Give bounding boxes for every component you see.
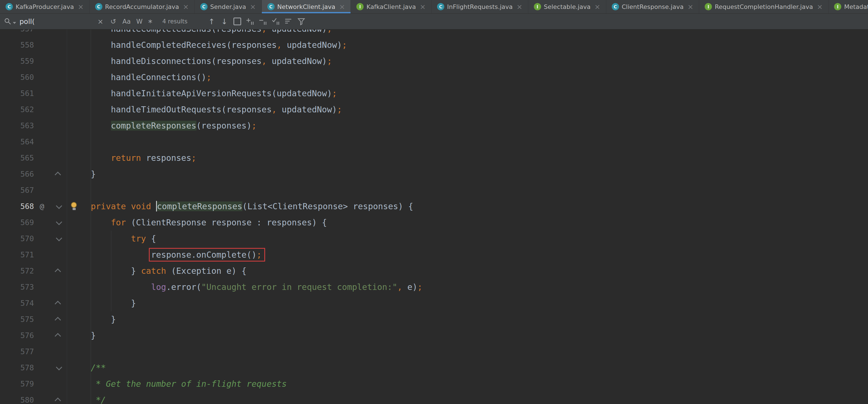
search-display-options-icon[interactable] bbox=[282, 15, 295, 28]
code-line-568[interactable]: 568@ private void completeResponses(List… bbox=[0, 198, 868, 215]
code-line-576[interactable]: 576 } bbox=[0, 328, 868, 344]
gutter-spacer bbox=[34, 86, 50, 101]
search-icon[interactable] bbox=[4, 18, 16, 25]
code-line-560[interactable]: 560 handleConnections(); bbox=[0, 69, 868, 86]
line-number[interactable]: 566 bbox=[0, 166, 34, 182]
code-line-558[interactable]: 558 handleCompletedReceives(responses, u… bbox=[0, 37, 868, 53]
code-line-570[interactable]: 570 try { bbox=[0, 231, 868, 247]
line-number[interactable]: 564 bbox=[0, 134, 34, 150]
remove-occurrence-icon[interactable] bbox=[256, 15, 269, 28]
add-occurrence-icon[interactable] bbox=[244, 15, 256, 28]
clear-search-icon[interactable]: × bbox=[94, 15, 107, 28]
close-tab-icon[interactable]: × bbox=[817, 3, 823, 10]
line-number[interactable]: 569 bbox=[0, 215, 34, 231]
line-number[interactable]: 561 bbox=[0, 86, 34, 101]
code-line-563[interactable]: 563 completeResponses(responses); bbox=[0, 118, 868, 134]
line-number[interactable]: 565 bbox=[0, 150, 34, 166]
code-line-578[interactable]: 578 /** bbox=[0, 360, 868, 376]
toggle-occurrences-icon[interactable] bbox=[269, 15, 282, 28]
close-tab-icon[interactable]: × bbox=[687, 3, 693, 10]
code-line-577[interactable]: 577 bbox=[0, 344, 868, 360]
match-case-toggle[interactable]: Aa bbox=[120, 18, 133, 25]
fold-up-icon[interactable] bbox=[50, 311, 67, 328]
line-number[interactable]: 562 bbox=[0, 101, 34, 118]
search-input[interactable]: poll( bbox=[16, 18, 94, 26]
fold-up-icon[interactable] bbox=[50, 263, 67, 279]
line-number[interactable]: 576 bbox=[0, 328, 34, 344]
line-number[interactable]: 579 bbox=[0, 376, 34, 392]
fold-down-icon[interactable] bbox=[50, 231, 67, 247]
code-line-571[interactable]: 571 response.onComplete(); bbox=[0, 247, 868, 263]
code-line-566[interactable]: 566 } bbox=[0, 166, 868, 182]
search-field[interactable]: poll( × bbox=[4, 15, 107, 28]
previous-occurrence-icon[interactable]: ↑ bbox=[205, 15, 218, 28]
fold-spacer bbox=[50, 182, 67, 198]
search-options-caret-icon[interactable] bbox=[13, 22, 16, 24]
fold-up-icon[interactable] bbox=[50, 166, 67, 182]
fold-up-icon[interactable] bbox=[50, 328, 67, 344]
line-number[interactable]: 575 bbox=[0, 311, 34, 328]
whole-words-toggle[interactable]: W bbox=[133, 18, 146, 25]
search-history-icon[interactable]: ↺ bbox=[107, 15, 120, 28]
code-line-572[interactable]: 572 } catch (Exception e) { bbox=[0, 263, 868, 279]
line-number[interactable]: 560 bbox=[0, 69, 34, 86]
filter-results-icon[interactable] bbox=[295, 15, 308, 28]
line-number[interactable]: 571 bbox=[0, 247, 34, 263]
close-tab-icon[interactable]: × bbox=[250, 3, 256, 10]
close-tab-icon[interactable]: × bbox=[594, 3, 600, 10]
code-line-567[interactable]: 567 bbox=[0, 182, 868, 198]
tab-RecordAccumulator.java[interactable]: CRecordAccumulator.java× bbox=[90, 0, 195, 13]
line-number[interactable]: 574 bbox=[0, 295, 34, 311]
fold-up-icon[interactable] bbox=[50, 392, 67, 404]
code-line-579[interactable]: 579 * Get the number of in-flight reques… bbox=[0, 376, 868, 392]
code-line-561[interactable]: 561 handleInitiateApiVersionRequests(upd… bbox=[0, 86, 868, 101]
tab-Sender.java[interactable]: CSender.java× bbox=[195, 0, 262, 13]
tab-KafkaProducer.java[interactable]: CKafkaProducer.java× bbox=[0, 0, 90, 13]
annotation-gutter-icon[interactable]: @ bbox=[34, 198, 50, 215]
tab-InFlightRequests.java[interactable]: CInFlightRequests.java× bbox=[432, 0, 528, 13]
code-text: * Get the number of in-flight requests bbox=[67, 376, 287, 392]
line-number[interactable]: 578 bbox=[0, 360, 34, 376]
code-line-557[interactable]: 557 handleCompletedSends(responses, upda… bbox=[0, 30, 868, 37]
close-tab-icon[interactable]: × bbox=[517, 3, 523, 10]
select-all-occurrences-icon[interactable] bbox=[231, 15, 244, 28]
close-tab-icon[interactable]: × bbox=[420, 3, 426, 10]
line-number[interactable]: 568 bbox=[0, 198, 34, 215]
line-number[interactable]: 567 bbox=[0, 182, 34, 198]
line-number[interactable]: 558 bbox=[0, 37, 34, 53]
tab-ClientResponse.java[interactable]: CClientResponse.java× bbox=[606, 0, 699, 13]
tab-MetadataUpdater.java[interactable]: IMetadataUpdater.java× bbox=[829, 0, 868, 13]
code-editor[interactable]: 557 handleCompletedSends(responses, upda… bbox=[0, 30, 868, 404]
regex-toggle[interactable]: * bbox=[146, 15, 155, 28]
code-line-562[interactable]: 562 handleTimedOutRequests(responses, up… bbox=[0, 101, 868, 118]
line-number[interactable]: 563 bbox=[0, 118, 34, 134]
line-number[interactable]: 570 bbox=[0, 231, 34, 247]
fold-down-icon[interactable] bbox=[50, 198, 67, 215]
next-occurrence-icon[interactable]: ↓ bbox=[218, 15, 231, 28]
code-line-580[interactable]: 580 */ bbox=[0, 392, 868, 404]
line-number[interactable]: 559 bbox=[0, 53, 34, 69]
tab-NetworkClient.java[interactable]: CNetworkClient.java× bbox=[262, 0, 351, 13]
code-line-564[interactable]: 564 bbox=[0, 134, 868, 150]
line-number[interactable]: 580 bbox=[0, 392, 34, 404]
code-line-575[interactable]: 575 } bbox=[0, 311, 868, 328]
line-number[interactable]: 577 bbox=[0, 344, 34, 360]
fold-down-icon[interactable] bbox=[50, 215, 67, 231]
code-line-573[interactable]: 573 log.error("Uncaught error in request… bbox=[0, 279, 868, 295]
line-number[interactable]: 557 bbox=[0, 30, 34, 37]
tab-RequestCompletionHandler.java[interactable]: IRequestCompletionHandler.java× bbox=[699, 0, 829, 13]
line-number[interactable]: 572 bbox=[0, 263, 34, 279]
line-number[interactable]: 573 bbox=[0, 279, 34, 295]
code-line-565[interactable]: 565 return responses; bbox=[0, 150, 868, 166]
tab-KafkaClient.java[interactable]: IKafkaClient.java× bbox=[351, 0, 432, 13]
fold-down-icon[interactable] bbox=[50, 360, 67, 376]
code-line-574[interactable]: 574 } bbox=[0, 295, 868, 311]
close-tab-icon[interactable]: × bbox=[78, 3, 84, 10]
intention-bulb-icon[interactable] bbox=[70, 202, 78, 211]
tab-Selectable.java[interactable]: ISelectable.java× bbox=[528, 0, 606, 13]
fold-up-icon[interactable] bbox=[50, 295, 67, 311]
close-tab-icon[interactable]: × bbox=[183, 3, 189, 10]
code-line-559[interactable]: 559 handleDisconnections(responses, upda… bbox=[0, 53, 868, 69]
close-tab-icon[interactable]: × bbox=[339, 3, 345, 10]
code-line-569[interactable]: 569 for (ClientResponse response : respo… bbox=[0, 215, 868, 231]
